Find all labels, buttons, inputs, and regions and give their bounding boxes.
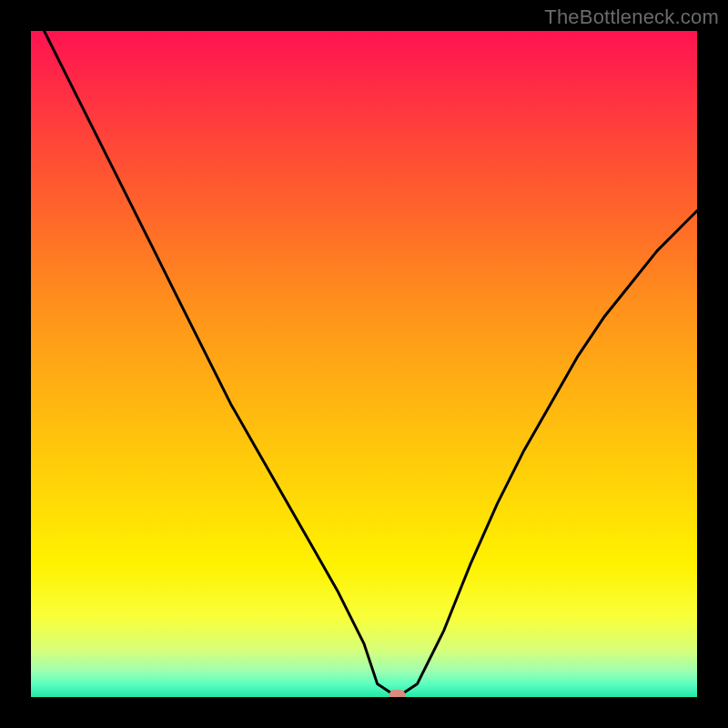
chart-frame: TheBottleneck.com [0,0,728,728]
minimum-marker [389,690,406,697]
bottleneck-curve [45,31,697,697]
watermark-text: TheBottleneck.com [544,5,719,29]
chart-svg [31,31,697,697]
plot-area [31,31,697,697]
